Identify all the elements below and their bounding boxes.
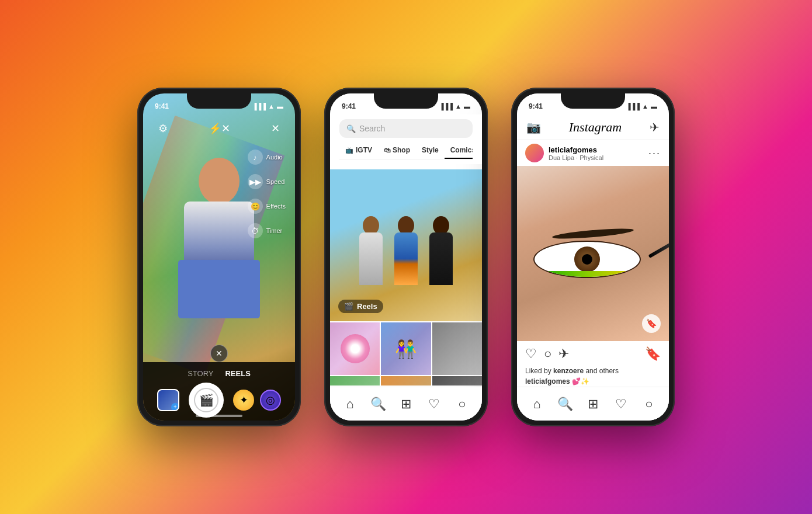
speed-tool[interactable]: ▶▶ Speed bbox=[248, 174, 286, 189]
phone-camera: 9:41 ▐▐▐ ▲ ▬ ⚙ ⚡✕ ✕ bbox=[137, 88, 301, 426]
battery-icon-3: ▬ bbox=[651, 103, 657, 110]
time-1: 9:41 bbox=[155, 102, 169, 110]
send-icon[interactable]: ✈ bbox=[650, 120, 660, 134]
caption-username[interactable]: leticiafgomes bbox=[525, 377, 570, 386]
timer-label: Timer bbox=[266, 227, 283, 234]
post-action-left: ♡ ○ ✈ bbox=[525, 346, 569, 362]
nav-home-2[interactable]: ⌂ bbox=[339, 394, 360, 415]
liked-by-user[interactable]: kenzoere bbox=[553, 367, 584, 375]
nav-heart-2[interactable]: ♡ bbox=[424, 394, 445, 415]
story-mode-tab[interactable]: STORY bbox=[188, 369, 213, 378]
grid-cell-3[interactable] bbox=[432, 322, 482, 375]
flash-icon[interactable]: ⚡✕ bbox=[211, 120, 227, 137]
instagram-logo: Instagram bbox=[569, 120, 622, 135]
grid-cell-6[interactable] bbox=[432, 376, 482, 386]
dancer-scene bbox=[330, 169, 482, 321]
explore-content: 🎬 Reels bbox=[330, 169, 482, 386]
search-placeholder-text: Search bbox=[359, 124, 385, 133]
style-tab[interactable]: Style bbox=[416, 143, 445, 159]
dancer-3 bbox=[424, 216, 459, 315]
nav-profile-2[interactable]: ○ bbox=[452, 394, 473, 415]
speed-icon: ▶▶ bbox=[248, 174, 263, 189]
status-icons-3: ▐▐▐ ▲ ▬ bbox=[626, 103, 657, 110]
search-icon: 🔍 bbox=[346, 124, 356, 133]
home-indicator-2 bbox=[383, 415, 429, 417]
battery-icon-2: ▬ bbox=[464, 103, 470, 110]
post-header: leticiafgomes Dua Lipa · Physical ··· bbox=[517, 140, 669, 166]
camera-bottom-bar: STORY REELS 🎬 ✦ ◎ bbox=[143, 362, 295, 421]
share-button[interactable]: ✈ bbox=[558, 346, 569, 362]
post-caption: leticiafgomes 💕✨ bbox=[525, 377, 661, 386]
dancer-2 bbox=[388, 216, 424, 315]
audio-tool[interactable]: ♪ Audio bbox=[248, 150, 286, 165]
status-icons-2: ▐▐▐ ▲ ▬ bbox=[439, 103, 470, 110]
shop-tab[interactable]: 🛍 Shop bbox=[378, 143, 416, 159]
shop-icon: 🛍 bbox=[384, 147, 390, 154]
shop-label: Shop bbox=[393, 146, 410, 154]
signal-icon-2: ▐▐▐ bbox=[439, 103, 453, 110]
sparkle-effect-button[interactable]: ✦ bbox=[233, 390, 254, 411]
igtv-tab[interactable]: 📺 IGTV bbox=[339, 143, 378, 159]
grid-cell-1[interactable] bbox=[330, 322, 380, 375]
post-user-info: leticiafgomes Dua Lipa · Physical bbox=[525, 144, 603, 162]
post-subtitle: Dua Lipa · Physical bbox=[549, 154, 603, 161]
effects-label: Effects bbox=[266, 203, 286, 210]
post-avatar[interactable] bbox=[525, 144, 544, 162]
grid-cell-4[interactable] bbox=[330, 376, 380, 386]
search-bar[interactable]: 🔍 Search bbox=[339, 119, 473, 138]
eye-scene bbox=[517, 166, 669, 341]
reels-mode-tab[interactable]: REELS bbox=[225, 369, 250, 378]
notch-2 bbox=[374, 93, 438, 109]
grid-cell-2[interactable] bbox=[381, 322, 431, 375]
feed-screen: 📷 Instagram ✈ leticiafgomes Dua Lipa · P… bbox=[517, 93, 669, 421]
timer-tool[interactable]: ⏱ Timer bbox=[248, 223, 286, 238]
post-user-details: leticiafgomes Dua Lipa · Physical bbox=[549, 145, 603, 161]
camera-icon[interactable]: 📷 bbox=[526, 120, 541, 134]
igtv-icon: 📺 bbox=[345, 147, 353, 154]
reels-badge: 🎬 Reels bbox=[338, 300, 383, 313]
igtv-label: IGTV bbox=[356, 146, 372, 154]
nav-add-3[interactable]: ⊞ bbox=[582, 394, 603, 415]
comics-tab[interactable]: Comics bbox=[445, 143, 473, 159]
save-to-collection-button[interactable]: 🔖 bbox=[642, 314, 661, 333]
camera-top-controls: ⚙ ⚡✕ ✕ bbox=[143, 114, 295, 143]
category-tabs: 📺 IGTV 🛍 Shop Style Comics TV & Mov... bbox=[339, 143, 473, 159]
camera-overlay: ⚙ ⚡✕ ✕ ♪ Audio ▶▶ Speed 😊 Effects ⏱ bbox=[143, 114, 295, 374]
like-button[interactable]: ♡ bbox=[525, 346, 537, 362]
shutter-inner: 🎬 bbox=[194, 388, 218, 412]
close-icon[interactable]: ✕ bbox=[267, 120, 283, 137]
phone-explore: 9:41 ▐▐▐ ▲ ▬ 🔍 Search 📺 IGTV bbox=[324, 88, 488, 426]
time-3: 9:41 bbox=[529, 102, 543, 110]
settings-icon[interactable]: ⚙ bbox=[155, 120, 171, 137]
gallery-thumbnail[interactable] bbox=[157, 389, 179, 411]
shutter-button[interactable]: 🎬 bbox=[189, 383, 224, 418]
effects-tool[interactable]: 😊 Effects bbox=[248, 199, 286, 214]
comment-button[interactable]: ○ bbox=[544, 346, 551, 362]
nav-heart-3[interactable]: ♡ bbox=[610, 394, 631, 415]
galaxy-effect-button[interactable]: ◎ bbox=[260, 390, 281, 411]
feed-header: 📷 Instagram ✈ bbox=[517, 114, 669, 140]
reels-badge-label: Reels bbox=[357, 302, 377, 311]
iris bbox=[574, 246, 600, 272]
explore-grid bbox=[330, 322, 482, 386]
post-image: 🔖 bbox=[517, 166, 669, 341]
phone-feed: 9:41 ▐▐▐ ▲ ▬ 📷 Instagram ✈ leticiafgomes… bbox=[511, 88, 675, 426]
eyebrow bbox=[552, 227, 634, 241]
post-username[interactable]: leticiafgomes bbox=[549, 145, 603, 154]
nav-search-3[interactable]: 🔍 bbox=[554, 394, 575, 415]
dancer-1-body bbox=[359, 232, 383, 285]
nav-search-2[interactable]: 🔍 bbox=[367, 394, 388, 415]
featured-reel[interactable]: 🎬 Reels bbox=[330, 169, 482, 321]
delete-clip-button[interactable]: ✕ bbox=[210, 345, 228, 362]
signal-icon-3: ▐▐▐ bbox=[626, 103, 640, 110]
post-more-button[interactable]: ··· bbox=[648, 147, 661, 159]
nav-profile-3[interactable]: ○ bbox=[639, 394, 660, 415]
post-info: Liked by kenzoere and others leticiafgom… bbox=[517, 367, 669, 386]
audio-label: Audio bbox=[266, 154, 283, 161]
wifi-icon-2: ▲ bbox=[455, 103, 461, 110]
home-indicator-3 bbox=[570, 415, 616, 417]
nav-add-2[interactable]: ⊞ bbox=[395, 394, 417, 415]
nav-home-3[interactable]: ⌂ bbox=[526, 394, 547, 415]
grid-cell-5[interactable] bbox=[381, 376, 431, 386]
bookmark-button[interactable]: 🔖 bbox=[645, 346, 661, 362]
